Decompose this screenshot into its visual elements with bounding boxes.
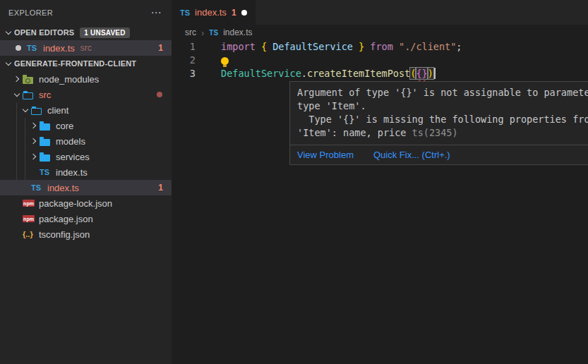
node-modules-folder-icon	[23, 77, 33, 84]
error-message-line: Argument of type '{}' is not assignable …	[297, 86, 588, 99]
code-text: DefaultService.createItemItemPost({})	[196, 67, 436, 80]
tree-item-node-modules[interactable]: node_modules	[0, 71, 172, 87]
chevron-down-icon[interactable]	[3, 31, 14, 34]
tree-item-label: tsconfig.json	[39, 229, 90, 240]
tree-item-label: index.ts	[47, 183, 79, 193]
npm-file-icon: npm	[23, 215, 35, 222]
breadcrumb: src › TS index.ts	[172, 25, 588, 40]
tree-item-models[interactable]: models	[0, 133, 172, 149]
code-area[interactable]: 1 import { DefaultService } from "./clie…	[172, 40, 588, 80]
npm-file-icon: npm	[23, 200, 35, 207]
unsaved-dot-icon[interactable]	[241, 10, 247, 16]
chevron-down-icon[interactable]	[11, 93, 23, 96]
breadcrumb-file[interactable]: index.ts	[223, 28, 252, 37]
twisty-spacer	[11, 202, 23, 205]
folder-open-icon	[31, 108, 42, 115]
chevron-right-icon[interactable]	[28, 139, 40, 143]
open-editors-section-header[interactable]: OPEN EDITORS 1 UNSAVED	[0, 25, 172, 40]
code-text	[196, 54, 229, 67]
chevron-right-icon[interactable]	[28, 123, 40, 128]
tree-item-package-lock-json[interactable]: npm package-lock.json	[0, 195, 172, 211]
folder-open-icon	[23, 92, 33, 99]
tree-item-services[interactable]: services	[0, 149, 172, 164]
error-message-line: 'Item': name, price ts(2345)	[297, 126, 588, 140]
tab-error-badge: 1	[232, 8, 236, 18]
tree-item-label: index.ts	[56, 167, 88, 178]
typescript-file-icon: TS	[31, 183, 41, 192]
unsaved-count-badge: 1 UNSAVED	[80, 28, 129, 38]
lightbulb-icon[interactable]	[221, 57, 229, 65]
explorer-title: EXPLORER	[8, 8, 53, 17]
line-number: 3	[172, 67, 196, 80]
hover-action-bar: View Problem Quick Fix... (Ctrl+.)	[290, 145, 588, 164]
twisty-spacer	[11, 233, 23, 236]
typescript-file-icon: TS	[40, 168, 49, 176]
chevron-right-icon[interactable]	[11, 77, 23, 81]
folder-icon	[40, 139, 50, 146]
more-actions-icon[interactable]: ⋯	[151, 7, 162, 18]
project-section-header[interactable]: GENERATE-FRONTEND-CLIENT	[0, 56, 172, 71]
tree-item-core[interactable]: core	[0, 118, 172, 133]
json-braces-icon: {..}	[23, 230, 33, 238]
typescript-file-icon: TS	[27, 44, 37, 52]
twisty-spacer	[11, 217, 23, 221]
chevron-right-icon[interactable]	[28, 154, 40, 159]
open-editor-file-folder: src	[80, 43, 92, 53]
error-code: ts(2345)	[412, 127, 458, 138]
error-count-badge: 1	[158, 183, 163, 193]
tree-item-tsconfig-json[interactable]: {..} tsconfig.json	[0, 226, 172, 242]
open-editor-item-index-ts[interactable]: TS index.ts src 1	[0, 40, 172, 56]
breadcrumb-separator-icon: ›	[201, 28, 204, 38]
code-line-3: 3 DefaultService.createItemItemPost({})	[172, 67, 588, 80]
typescript-file-icon: TS	[209, 29, 218, 37]
error-count-badge: 1	[158, 43, 163, 53]
chevron-down-icon[interactable]	[20, 109, 31, 111]
chevron-down-icon[interactable]	[3, 62, 14, 65]
error-message: Argument of type '{}' is not assignable …	[290, 82, 588, 145]
code-line-1: 1 import { DefaultService } from "./clie…	[172, 40, 588, 54]
tree-item-label: src	[39, 90, 51, 100]
tree-item-src[interactable]: src	[0, 87, 172, 102]
line-number: 1	[172, 40, 196, 54]
line-number: 2	[172, 54, 196, 67]
tree-item-label: package.json	[39, 214, 93, 224]
folder-icon	[40, 154, 50, 162]
tab-index-ts[interactable]: TS index.ts 1	[172, 0, 256, 25]
tree-item-label: core	[56, 121, 73, 131]
twisty-spacer	[20, 186, 31, 190]
breadcrumb-folder[interactable]: src	[185, 28, 196, 37]
open-editor-file-name: index.ts	[43, 43, 75, 54]
tab-bar: TS index.ts 1	[172, 0, 588, 25]
sidebar-header: EXPLORER ⋯	[0, 0, 172, 25]
tree-item-label: services	[56, 152, 90, 162]
tree-item-label: package-lock.json	[39, 198, 112, 209]
code-line-2: 2	[172, 54, 588, 67]
tree-item-label: models	[56, 136, 85, 147]
tree-item-index-ts-src[interactable]: TS index.ts 1	[0, 180, 172, 195]
open-editors-label: OPEN EDITORS	[14, 28, 74, 37]
twisty-spacer	[28, 171, 40, 174]
tree-item-client[interactable]: client	[0, 102, 172, 118]
view-problem-link[interactable]: View Problem	[297, 150, 354, 160]
quick-fix-link[interactable]: Quick Fix... (Ctrl+.)	[373, 150, 450, 160]
typescript-file-icon: TS	[180, 8, 190, 17]
tree-item-package-json[interactable]: npm package.json	[0, 211, 172, 226]
error-message-line: Type '{}' is missing the following prope…	[297, 113, 588, 126]
explorer-sidebar: EXPLORER ⋯ OPEN EDITORS 1 UNSAVED TS ind…	[0, 0, 172, 364]
modified-dot-icon[interactable]	[16, 45, 21, 51]
tree-item-label: node_modules	[39, 74, 99, 85]
project-name-label: GENERATE-FRONTEND-CLIENT	[14, 59, 136, 68]
error-message-line: type 'Item'.	[297, 99, 588, 113]
error-hover-widget: Argument of type '{}' is not assignable …	[289, 81, 588, 165]
tree-item-label: client	[47, 105, 68, 116]
tree-item-index-ts-client[interactable]: TS index.ts	[0, 164, 172, 180]
editor-pane: TS index.ts 1 src › TS index.ts 1 import…	[172, 0, 588, 364]
file-tree: node_modules src client core models se	[0, 71, 172, 242]
text-cursor	[434, 68, 436, 79]
tab-title: index.ts	[195, 7, 227, 18]
code-text: import { DefaultService } from "./client…	[196, 40, 462, 54]
folder-icon	[40, 123, 50, 131]
error-dot-icon	[157, 92, 162, 97]
